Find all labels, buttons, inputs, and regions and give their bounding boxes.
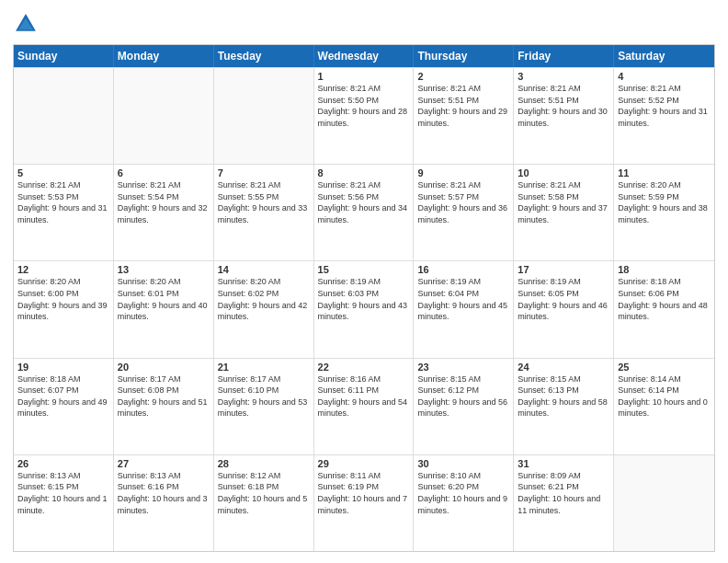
day-number: 16 — [417, 264, 509, 275]
day-number: 31 — [518, 458, 609, 469]
cell-info: Sunrise: 8:16 AMSunset: 6:11 PMDaylight:… — [318, 373, 410, 419]
calendar-cell: 16Sunrise: 8:19 AMSunset: 6:04 PMDayligh… — [414, 261, 514, 357]
weekday-header: Tuesday — [214, 45, 314, 67]
cell-info: Sunrise: 8:17 AMSunset: 6:10 PMDaylight:… — [218, 373, 310, 419]
calendar-header: SundayMondayTuesdayWednesdayThursdayFrid… — [14, 45, 714, 67]
calendar-cell: 6Sunrise: 8:21 AMSunset: 5:54 PMDaylight… — [114, 165, 214, 260]
calendar-cell: 17Sunrise: 8:19 AMSunset: 6:05 PMDayligh… — [514, 261, 614, 357]
cell-info: Sunrise: 8:11 AMSunset: 6:19 PMDaylight:… — [318, 470, 410, 516]
day-number: 15 — [318, 264, 410, 275]
cell-info: Sunrise: 8:20 AMSunset: 6:02 PMDaylight:… — [218, 276, 310, 322]
calendar-cell — [614, 455, 714, 551]
calendar-week-row: 26Sunrise: 8:13 AMSunset: 6:15 PMDayligh… — [14, 454, 714, 551]
calendar-cell: 26Sunrise: 8:13 AMSunset: 6:15 PMDayligh… — [14, 455, 114, 551]
cell-info: Sunrise: 8:19 AMSunset: 6:04 PMDaylight:… — [417, 276, 509, 322]
cell-info: Sunrise: 8:20 AMSunset: 6:00 PMDaylight:… — [17, 276, 109, 322]
calendar-cell — [214, 68, 314, 164]
day-number: 10 — [518, 167, 609, 178]
calendar-cell: 20Sunrise: 8:17 AMSunset: 6:08 PMDayligh… — [114, 359, 214, 454]
calendar-cell: 7Sunrise: 8:21 AMSunset: 5:55 PMDaylight… — [214, 165, 314, 260]
calendar-week-row: 19Sunrise: 8:18 AMSunset: 6:07 PMDayligh… — [14, 358, 714, 454]
day-number: 24 — [518, 362, 609, 373]
logo-icon — [13, 11, 39, 37]
calendar-cell: 10Sunrise: 8:21 AMSunset: 5:58 PMDayligh… — [514, 165, 614, 260]
day-number: 4 — [618, 71, 711, 82]
calendar-cell: 29Sunrise: 8:11 AMSunset: 6:19 PMDayligh… — [314, 455, 415, 551]
calendar-week-row: 1Sunrise: 8:21 AMSunset: 5:50 PMDaylight… — [14, 67, 714, 164]
cell-info: Sunrise: 8:21 AMSunset: 5:51 PMDaylight:… — [417, 83, 509, 129]
calendar-cell: 15Sunrise: 8:19 AMSunset: 6:03 PMDayligh… — [314, 261, 415, 357]
cell-info: Sunrise: 8:21 AMSunset: 5:56 PMDaylight:… — [318, 179, 410, 225]
cell-info: Sunrise: 8:21 AMSunset: 5:54 PMDaylight:… — [118, 179, 210, 225]
calendar-cell: 30Sunrise: 8:10 AMSunset: 6:20 PMDayligh… — [414, 455, 514, 551]
weekday-header: Sunday — [14, 45, 114, 67]
weekday-header: Saturday — [614, 45, 714, 67]
cell-info: Sunrise: 8:14 AMSunset: 6:14 PMDaylight:… — [618, 373, 711, 419]
cell-info: Sunrise: 8:19 AMSunset: 6:05 PMDaylight:… — [518, 276, 609, 322]
day-number: 20 — [118, 362, 210, 373]
day-number: 25 — [618, 362, 711, 373]
day-number: 18 — [618, 264, 711, 275]
day-number: 19 — [17, 362, 109, 373]
cell-info: Sunrise: 8:09 AMSunset: 6:21 PMDaylight:… — [518, 470, 609, 516]
calendar-cell: 12Sunrise: 8:20 AMSunset: 6:00 PMDayligh… — [14, 261, 114, 357]
day-number: 1 — [318, 71, 410, 82]
day-number: 6 — [118, 167, 210, 178]
calendar-cell: 3Sunrise: 8:21 AMSunset: 5:51 PMDaylight… — [514, 68, 614, 164]
calendar-cell — [14, 68, 114, 164]
calendar: SundayMondayTuesdayWednesdayThursdayFrid… — [13, 44, 715, 552]
calendar-cell: 27Sunrise: 8:13 AMSunset: 6:16 PMDayligh… — [114, 455, 214, 551]
calendar-body: 1Sunrise: 8:21 AMSunset: 5:50 PMDaylight… — [14, 67, 714, 551]
cell-info: Sunrise: 8:15 AMSunset: 6:13 PMDaylight:… — [518, 373, 609, 419]
calendar-week-row: 5Sunrise: 8:21 AMSunset: 5:53 PMDaylight… — [14, 164, 714, 260]
calendar-cell: 31Sunrise: 8:09 AMSunset: 6:21 PMDayligh… — [514, 455, 614, 551]
calendar-week-row: 12Sunrise: 8:20 AMSunset: 6:00 PMDayligh… — [14, 260, 714, 357]
cell-info: Sunrise: 8:10 AMSunset: 6:20 PMDaylight:… — [417, 470, 509, 516]
day-number: 9 — [417, 167, 509, 178]
cell-info: Sunrise: 8:21 AMSunset: 5:53 PMDaylight:… — [17, 179, 109, 225]
weekday-header: Monday — [114, 45, 214, 67]
calendar-cell: 13Sunrise: 8:20 AMSunset: 6:01 PMDayligh… — [114, 261, 214, 357]
calendar-cell: 9Sunrise: 8:21 AMSunset: 5:57 PMDaylight… — [414, 165, 514, 260]
cell-info: Sunrise: 8:18 AMSunset: 6:07 PMDaylight:… — [17, 373, 109, 419]
day-number: 21 — [218, 362, 310, 373]
weekday-header: Thursday — [414, 45, 514, 67]
day-number: 3 — [518, 71, 609, 82]
calendar-cell: 2Sunrise: 8:21 AMSunset: 5:51 PMDaylight… — [414, 68, 514, 164]
weekday-header: Wednesday — [314, 45, 415, 67]
calendar-cell: 11Sunrise: 8:20 AMSunset: 5:59 PMDayligh… — [614, 165, 714, 260]
weekday-header: Friday — [514, 45, 614, 67]
cell-info: Sunrise: 8:21 AMSunset: 5:51 PMDaylight:… — [518, 83, 609, 129]
calendar-cell: 23Sunrise: 8:15 AMSunset: 6:12 PMDayligh… — [414, 359, 514, 454]
day-number: 22 — [318, 362, 410, 373]
day-number: 11 — [618, 167, 711, 178]
day-number: 29 — [318, 458, 410, 469]
cell-info: Sunrise: 8:21 AMSunset: 5:52 PMDaylight:… — [618, 83, 711, 129]
cell-info: Sunrise: 8:21 AMSunset: 5:57 PMDaylight:… — [417, 179, 509, 225]
cell-info: Sunrise: 8:13 AMSunset: 6:15 PMDaylight:… — [17, 470, 109, 516]
calendar-cell: 21Sunrise: 8:17 AMSunset: 6:10 PMDayligh… — [214, 359, 314, 454]
calendar-cell: 24Sunrise: 8:15 AMSunset: 6:13 PMDayligh… — [514, 359, 614, 454]
day-number: 28 — [218, 458, 310, 469]
calendar-cell: 25Sunrise: 8:14 AMSunset: 6:14 PMDayligh… — [614, 359, 714, 454]
cell-info: Sunrise: 8:21 AMSunset: 5:50 PMDaylight:… — [318, 83, 410, 129]
cell-info: Sunrise: 8:18 AMSunset: 6:06 PMDaylight:… — [618, 276, 711, 322]
page: SundayMondayTuesdayWednesdayThursdayFrid… — [0, 0, 728, 563]
cell-info: Sunrise: 8:17 AMSunset: 6:08 PMDaylight:… — [118, 373, 210, 419]
cell-info: Sunrise: 8:12 AMSunset: 6:18 PMDaylight:… — [218, 470, 310, 516]
header — [13, 11, 715, 37]
day-number: 5 — [17, 167, 109, 178]
day-number: 12 — [17, 264, 109, 275]
cell-info: Sunrise: 8:21 AMSunset: 5:58 PMDaylight:… — [518, 179, 609, 225]
day-number: 13 — [118, 264, 210, 275]
calendar-cell — [114, 68, 214, 164]
day-number: 17 — [518, 264, 609, 275]
calendar-cell: 19Sunrise: 8:18 AMSunset: 6:07 PMDayligh… — [14, 359, 114, 454]
logo — [13, 11, 42, 37]
day-number: 26 — [17, 458, 109, 469]
calendar-cell: 1Sunrise: 8:21 AMSunset: 5:50 PMDaylight… — [314, 68, 415, 164]
calendar-cell: 28Sunrise: 8:12 AMSunset: 6:18 PMDayligh… — [214, 455, 314, 551]
cell-info: Sunrise: 8:13 AMSunset: 6:16 PMDaylight:… — [118, 470, 210, 516]
day-number: 23 — [417, 362, 509, 373]
day-number: 2 — [417, 71, 509, 82]
